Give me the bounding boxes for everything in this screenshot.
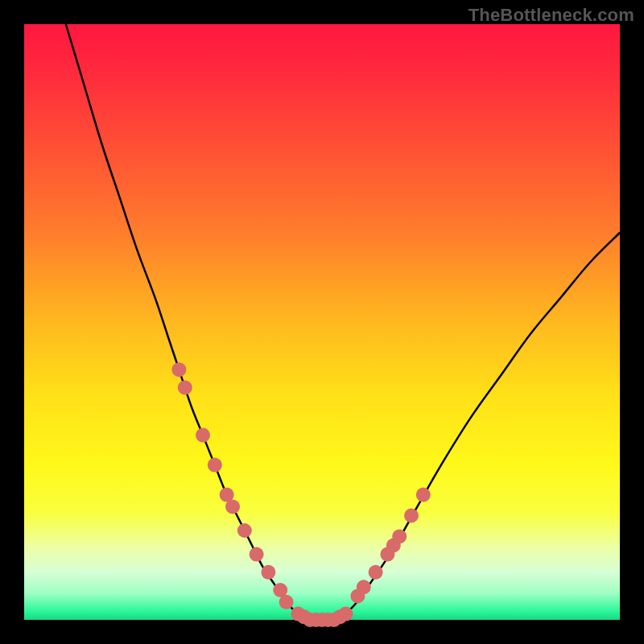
curve-marker: [237, 523, 252, 538]
curve-marker: [225, 499, 240, 514]
curve-marker: [178, 380, 192, 394]
bottleneck-chart: [0, 0, 644, 644]
curve-marker: [357, 580, 371, 594]
curve-marker: [208, 458, 222, 473]
chart-container: TheBottleneck.com: [0, 0, 644, 644]
curve-marker: [416, 488, 431, 502]
watermark-label: TheBottleneck.com: [469, 5, 634, 26]
curve-marker: [171, 362, 186, 377]
curve-marker: [392, 529, 407, 543]
curve-marker: [404, 509, 419, 523]
curve-marker: [339, 607, 353, 621]
curve-marker: [261, 565, 275, 580]
curve-marker: [279, 595, 294, 609]
curve-marker: [250, 547, 264, 562]
curve-marker: [196, 428, 210, 443]
curve-marker: [369, 565, 383, 580]
chart-plot-bg: [24, 24, 620, 620]
